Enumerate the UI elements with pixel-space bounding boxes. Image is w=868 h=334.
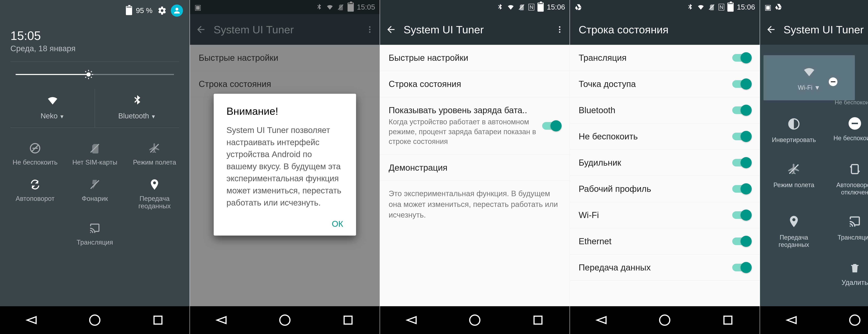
back-icon[interactable] <box>766 24 776 35</box>
list-item[interactable]: Будильник <box>570 150 760 176</box>
list-item[interactable]: Ethernet <box>570 228 760 254</box>
switch[interactable] <box>732 211 751 219</box>
bluetooth-tile[interactable]: Bluetooth▼ <box>95 89 179 127</box>
nav-back-icon[interactable] <box>25 313 38 327</box>
navigation-bar <box>0 306 190 334</box>
airplane-tile[interactable]: Режим полета <box>125 138 184 174</box>
app-bar: System UI Tuner <box>760 14 868 45</box>
switch[interactable] <box>732 185 751 193</box>
battery-icon <box>126 6 132 15</box>
screen-quick-settings: 95 % 15:05 Среда, 18 января Neko▼ Blueto… <box>0 0 190 334</box>
nav-recent-icon[interactable] <box>341 313 355 327</box>
wifi-icon <box>46 94 59 107</box>
battery-pct: 95 % <box>136 6 153 15</box>
switch[interactable] <box>732 80 751 88</box>
list-item[interactable]: Не беспокоить <box>570 123 760 150</box>
nav-back-icon[interactable] <box>595 313 608 327</box>
date: Среда, 18 января <box>10 44 190 53</box>
list-item[interactable]: Точка доступа <box>570 71 760 97</box>
nav-recent-icon[interactable] <box>151 313 165 327</box>
list-item-status[interactable]: Строка состояния <box>380 71 569 97</box>
list-item[interactable]: Передача данных <box>570 254 760 281</box>
status-bar: 95 % <box>0 0 190 17</box>
wifi-tile[interactable]: Neko▼ <box>10 89 95 127</box>
nav-home-icon[interactable] <box>88 313 101 327</box>
location-icon <box>787 215 801 228</box>
navigation-bar <box>190 306 379 334</box>
location-icon <box>148 178 161 191</box>
dialog-scrim[interactable]: Внимание! System UI Tuner позволяет наст… <box>190 0 379 334</box>
bluetooth-icon <box>686 3 694 11</box>
nav-home-icon[interactable] <box>658 313 672 327</box>
list-item-demo[interactable]: Демонстрация <box>380 155 569 181</box>
tile-invert[interactable]: Инвертировать <box>764 108 825 153</box>
tile-cast[interactable]: Трансляция <box>824 205 868 257</box>
tile-wifi[interactable]: Wi-Fi ▼ <box>764 55 855 100</box>
footnote: Это экспериментальная функция. В будущем… <box>380 181 569 227</box>
drive-icon <box>775 3 782 10</box>
dialog-body: System UI Tuner позволяет настраивать ин… <box>226 124 343 209</box>
trash-icon <box>849 263 860 274</box>
switch[interactable] <box>732 264 751 271</box>
bluetooth-label: Bluetooth <box>118 112 149 120</box>
page-title: Строка состояния <box>579 24 754 36</box>
cast-tile[interactable]: Трансляция <box>65 218 125 254</box>
nfc-icon: N <box>528 4 534 10</box>
tile-airplane[interactable]: Режим полета <box>764 153 825 205</box>
cast-icon <box>848 215 862 228</box>
nav-back-icon[interactable] <box>405 313 418 327</box>
screen-tuner-dialog: ▣ 15:05 System UI Tuner Быстрые настройк… <box>190 0 380 334</box>
bluetooth-icon <box>131 94 144 107</box>
more-icon[interactable] <box>555 25 564 34</box>
tile-autorotate[interactable]: Автоповорот отключен <box>824 153 868 205</box>
switch[interactable] <box>732 238 751 245</box>
brightness-slider[interactable] <box>16 74 174 75</box>
clock: 15:06 <box>547 3 565 11</box>
status-bar: N 15:06 <box>570 0 760 14</box>
list-item-battery-pct[interactable]: Показывать уровень заряда бата.. Когда у… <box>380 97 569 155</box>
switch[interactable] <box>732 54 751 62</box>
wifi-icon <box>802 65 816 79</box>
list-item[interactable]: Трансляция <box>570 45 760 71</box>
dialog-ok-button[interactable]: ОК <box>226 219 343 229</box>
avatar[interactable] <box>171 4 183 17</box>
switch-battery-pct[interactable] <box>542 122 561 130</box>
dnd-tile[interactable]: Не беспокоить <box>5 138 65 174</box>
list-item[interactable]: Wi-Fi <box>570 202 760 228</box>
dnd-icon <box>848 117 861 130</box>
tile-dnd[interactable]: Не беспокоить <box>824 108 868 153</box>
flashlight-tile[interactable]: Фонарик <box>65 174 125 218</box>
airplane-icon <box>148 142 161 154</box>
back-icon[interactable] <box>385 24 396 35</box>
brightness-icon[interactable] <box>84 69 94 80</box>
nav-back-icon[interactable] <box>785 313 798 327</box>
list-item[interactable]: Bluetooth <box>570 97 760 123</box>
nav-home-icon[interactable] <box>468 313 482 327</box>
page-title: System UI Tuner <box>404 24 548 36</box>
cast-icon <box>89 222 101 235</box>
nosim-tile[interactable]: Нет SIM-карты <box>65 138 125 174</box>
remove-badge-icon[interactable] <box>829 78 837 86</box>
nav-recent-icon[interactable] <box>531 313 545 327</box>
bluetooth-icon <box>496 3 504 11</box>
switch[interactable] <box>732 107 751 114</box>
battery-icon <box>727 3 734 12</box>
nav-recent-icon[interactable] <box>721 313 735 327</box>
nfc-icon: N <box>718 4 724 10</box>
list-item[interactable]: Рабочий профиль <box>570 176 760 202</box>
drive-icon <box>575 3 582 11</box>
nav-home-icon[interactable] <box>848 313 862 327</box>
flashlight-icon <box>89 178 101 191</box>
tile-location[interactable]: Передача геоданных <box>764 205 825 257</box>
delete-drop-zone[interactable]: Удалить <box>764 257 868 286</box>
switch[interactable] <box>732 133 751 140</box>
gear-icon[interactable] <box>156 5 167 16</box>
location-tile[interactable]: Передача геоданных <box>125 174 184 218</box>
nav-home-icon[interactable] <box>278 313 292 327</box>
page-title: System UI Tuner <box>784 24 868 36</box>
tile-bluetooth[interactable]: Bluetooth ▼ <box>855 55 868 100</box>
nav-back-icon[interactable] <box>215 313 228 327</box>
list-item-quick[interactable]: Быстрые настройки <box>380 45 569 71</box>
autorotate-tile[interactable]: Автоповорот <box>5 174 65 218</box>
switch[interactable] <box>732 159 751 166</box>
